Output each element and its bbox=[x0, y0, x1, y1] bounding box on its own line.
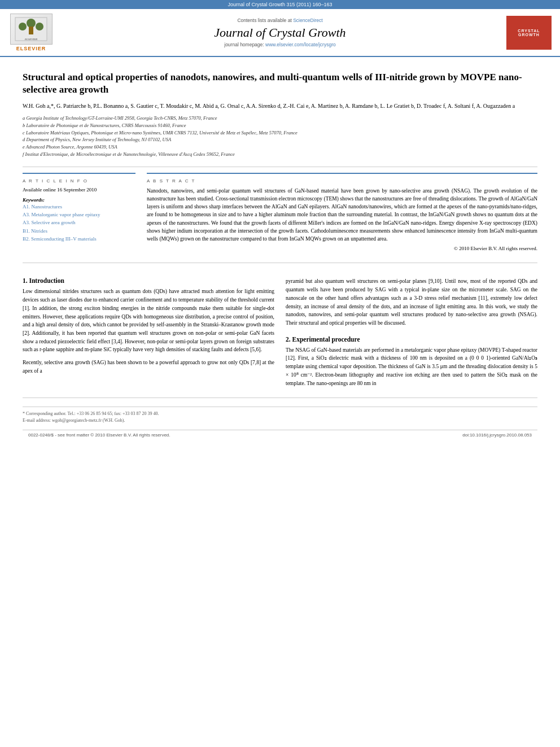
right-intro-text: pyramid but also quantum well structures… bbox=[286, 277, 537, 327]
journal-title-section: Contents lists available at ScienceDirec… bbox=[62, 14, 498, 51]
body-divider bbox=[23, 263, 537, 263]
journal-name: Journal of Crystal Growth bbox=[62, 25, 498, 40]
journal-header-bar: Journal of Crystal Growth 315 (2011) 160… bbox=[0, 0, 560, 9]
affiliation-e: e Advanced Photon Source, Argonne 60439,… bbox=[23, 143, 537, 151]
right-body-col: pyramid but also quantum well structures… bbox=[286, 269, 537, 392]
introduction-heading: 1. Introduction bbox=[23, 277, 274, 284]
experimental-text: The NSAG of GaN-based materials are perf… bbox=[286, 346, 537, 388]
journal-bar-text: Journal of Crystal Growth 315 (2011) 160… bbox=[228, 2, 332, 7]
article-title: Structural and optical properties of nan… bbox=[23, 65, 537, 96]
svg-point-3 bbox=[19, 23, 27, 30]
keyword-3[interactable]: A3. Selective area growth bbox=[23, 219, 135, 226]
keyword-2[interactable]: A3. Metalorganic vapor phase epitaxy bbox=[23, 211, 135, 219]
homepage-link[interactable]: www.elsevier.com/locate/jcrysgro bbox=[265, 42, 336, 47]
article-info-label: A R T I C L E I N F O bbox=[23, 178, 135, 184]
keyword-4[interactable]: B1. Nitrides bbox=[23, 227, 135, 235]
svg-rect-2 bbox=[29, 27, 33, 34]
doi-text: doi:10.1016/j.jcrysgro.2010.08.053 bbox=[462, 433, 532, 438]
article-columns: A R T I C L E I N F O Available online 1… bbox=[23, 173, 537, 252]
abstract-label: A B S T R A C T bbox=[147, 178, 537, 184]
corresponding-note: * Corresponding author. Tel.: +33 06 26 … bbox=[23, 410, 537, 417]
affiliation-f: f Institut d'Electronique, de Microélect… bbox=[23, 151, 537, 158]
divider bbox=[23, 167, 537, 167]
left-body-col: 1. Introduction Low dimensional nitrides… bbox=[23, 269, 274, 392]
body-columns: 1. Introduction Low dimensional nitrides… bbox=[23, 269, 537, 392]
available-online: Available online 16 September 2010 bbox=[23, 187, 135, 193]
elsevier-logo: ELSEVIER ELSEVIER bbox=[6, 14, 56, 51]
affiliation-d: d Department of Physics, New Jersey Inst… bbox=[23, 136, 537, 143]
abstract-col: A B S T R A C T Nanodots, nanowires, and… bbox=[147, 173, 537, 252]
intro-para-1: Low dimensional nitrides structures such… bbox=[23, 287, 274, 354]
affiliation-b: b Laboratoire de Photonique et de Nanost… bbox=[23, 122, 537, 129]
svg-point-1 bbox=[27, 19, 36, 28]
keywords-label: Keywords: bbox=[23, 197, 135, 203]
affiliations: a Georgia Institute of Technology/GT-Lor… bbox=[23, 115, 537, 158]
svg-point-4 bbox=[36, 23, 43, 30]
issn-text: 0022-0248/$ - see front matter © 2010 El… bbox=[28, 433, 170, 438]
right-para-1: pyramid but also quantum well structures… bbox=[286, 277, 537, 327]
introduction-section: 1. Introduction Low dimensional nitrides… bbox=[23, 277, 274, 375]
elsevier-brand: ELSEVIER bbox=[16, 46, 46, 51]
svg-text:ELSEVIER: ELSEVIER bbox=[24, 38, 37, 41]
experimental-heading: 2. Experimental procedure bbox=[286, 336, 537, 343]
journal-homepage: journal homepage: www.elsevier.com/locat… bbox=[62, 42, 498, 47]
crystal-logo-text: CRYSTALGROWTH bbox=[518, 29, 540, 37]
keyword-5[interactable]: B2. Semiconducting III–V materials bbox=[23, 235, 135, 243]
experimental-section: 2. Experimental procedure The NSAG of Ga… bbox=[286, 336, 537, 388]
right-intro-continuation: pyramid but also quantum well structures… bbox=[286, 277, 537, 327]
affiliation-a: a Georgia Institute of Technology/GT-Lor… bbox=[23, 115, 537, 122]
authors-text: W.H. Goh a,*, G. Patriarche b, P.L. Bona… bbox=[23, 103, 515, 109]
email-note: E-mail address: wgoh@georgiatech-metz.fr… bbox=[23, 417, 537, 424]
abstract-text: Nanodots, nanowires, and semi-polar quan… bbox=[147, 187, 537, 243]
authors: W.H. Goh a,*, G. Patriarche b, P.L. Bona… bbox=[23, 102, 537, 110]
keyword-1[interactable]: A1. Nanostructures bbox=[23, 203, 135, 211]
sciencedirect-link[interactable]: ScienceDirect bbox=[293, 18, 322, 23]
top-section: ELSEVIER ELSEVIER Contents lists availab… bbox=[0, 9, 560, 57]
introduction-text: Low dimensional nitrides structures such… bbox=[23, 287, 274, 375]
footer-divider bbox=[23, 397, 537, 398]
article-info-col: A R T I C L E I N F O Available online 1… bbox=[23, 173, 135, 252]
elsevier-logo-box: ELSEVIER bbox=[10, 14, 53, 45]
bottom-bar: 0022-0248/$ - see front matter © 2010 El… bbox=[23, 430, 537, 440]
copyright-text: © 2010 Elsevier B.V. All rights reserved… bbox=[147, 246, 537, 251]
affiliation-c: c Laboratoire Matériaux Optiques, Photon… bbox=[23, 129, 537, 137]
intro-para-2: Recently, selective area growth (SAG) ha… bbox=[23, 359, 274, 375]
experimental-para-1: The NSAG of GaN-based materials are perf… bbox=[286, 346, 537, 388]
crystal-growth-logo: CRYSTALGROWTH bbox=[504, 14, 554, 51]
crystal-logo-box: CRYSTALGROWTH bbox=[506, 16, 552, 50]
available-text: Contents lists available at ScienceDirec… bbox=[62, 18, 498, 23]
keywords-section: Keywords: A1. Nanostructures A3. Metalor… bbox=[23, 197, 135, 243]
footer-section: * Corresponding author. Tel.: +33 06 26 … bbox=[23, 407, 537, 424]
main-content: Structural and optical properties of nan… bbox=[0, 57, 560, 448]
